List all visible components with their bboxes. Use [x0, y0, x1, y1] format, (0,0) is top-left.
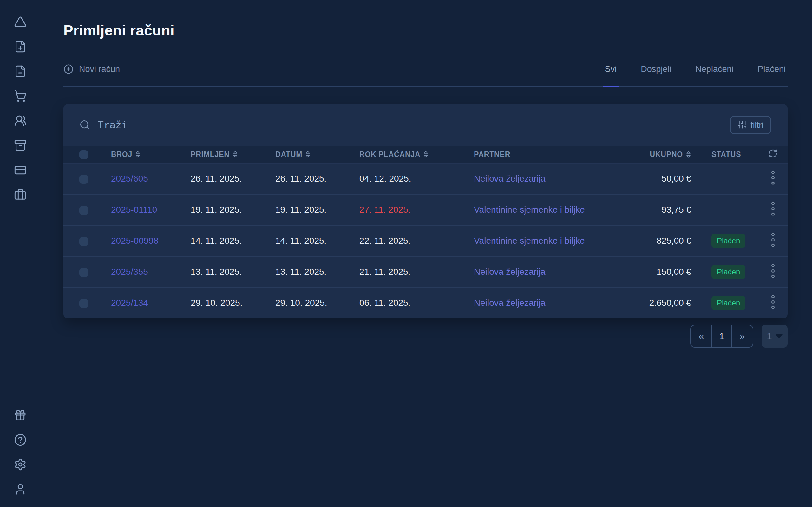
- due-date: 21. 11. 2025.: [359, 257, 474, 287]
- invoice-date: 26. 11. 2025.: [275, 163, 359, 194]
- pagination: « 1 » 1: [63, 325, 788, 348]
- new-invoice-label: Novi račun: [79, 64, 120, 74]
- invoice-number-link[interactable]: 2025-00998: [111, 236, 158, 245]
- partner-link[interactable]: Neilova željezarija: [474, 267, 546, 277]
- sort-icon: [423, 151, 428, 158]
- received-date: 19. 11. 2025.: [191, 194, 275, 225]
- help-icon[interactable]: [14, 434, 27, 446]
- sort-icon: [135, 151, 141, 158]
- search-row: filtri: [63, 104, 788, 146]
- filters-button[interactable]: filtri: [730, 116, 771, 134]
- credit-card-icon[interactable]: [14, 164, 27, 176]
- invoice-date: 19. 11. 2025.: [275, 194, 359, 225]
- tab-svi[interactable]: Svi: [603, 64, 619, 87]
- partner-link[interactable]: Valentinine sjemenke i biljke: [474, 205, 585, 215]
- row-menu-button[interactable]: [770, 233, 775, 247]
- search-input[interactable]: [98, 119, 730, 130]
- row-checkbox[interactable]: [79, 299, 88, 308]
- partner-link[interactable]: Valentinine sjemenke i biljke: [474, 236, 585, 245]
- invoice-number-link[interactable]: 2025/134: [111, 298, 148, 308]
- partner-link[interactable]: Neilova željezarija: [474, 298, 546, 308]
- table-row: 2025-00998 14. 11. 2025. 14. 11. 2025. 2…: [63, 225, 788, 257]
- due-date-overdue: 27. 11. 2025.: [359, 194, 474, 225]
- due-date: 06. 11. 2025.: [359, 287, 474, 319]
- due-date: 04. 12. 2025.: [359, 163, 474, 194]
- invoice-number-link[interactable]: 2025/605: [111, 174, 148, 183]
- received-date: 14. 11. 2025.: [191, 225, 275, 257]
- sidebar: [0, 0, 40, 507]
- invoice-date: 14. 11. 2025.: [275, 225, 359, 257]
- table-header-row: BROJ PRIMLJEN DATUM ROK PLAĆANJA PARTNER…: [63, 146, 788, 163]
- page-size-dropdown[interactable]: 1: [762, 325, 788, 348]
- column-header-primljen[interactable]: PRIMLJEN: [191, 146, 275, 163]
- column-header-partner: PARTNER: [474, 146, 603, 163]
- row-checkbox[interactable]: [79, 237, 88, 246]
- received-date: 26. 11. 2025.: [191, 163, 275, 194]
- tab-dospjeli[interactable]: Dospjeli: [639, 64, 673, 86]
- row-checkbox[interactable]: [79, 206, 88, 215]
- next-page-button[interactable]: »: [732, 326, 753, 347]
- sliders-icon: [738, 120, 747, 129]
- shopping-cart-icon[interactable]: [14, 90, 27, 102]
- total-amount: 150,00 €: [603, 257, 703, 287]
- table-row: 2025/134 29. 10. 2025. 29. 10. 2025. 06.…: [63, 287, 788, 319]
- current-page-indicator: 1: [711, 326, 732, 347]
- file-plus-icon[interactable]: [14, 40, 27, 53]
- due-date: 22. 11. 2025.: [359, 225, 474, 257]
- row-menu-button[interactable]: [770, 264, 775, 278]
- column-header-datum[interactable]: DATUM: [275, 146, 359, 163]
- sort-icon: [686, 151, 691, 158]
- tabs: Svi Dospjeli Neplaćeni Plaćeni: [603, 64, 788, 86]
- filters-label: filtri: [751, 120, 763, 130]
- main-content: Primljeni računi Novi račun Svi Dospjeli…: [40, 0, 812, 348]
- archive-icon[interactable]: [14, 139, 27, 152]
- plus-circle-icon: [63, 64, 73, 74]
- invoice-date: 29. 10. 2025.: [275, 287, 359, 319]
- select-all-checkbox[interactable]: [79, 150, 88, 159]
- page-title: Primljeni računi: [63, 21, 788, 39]
- page-size-value: 1: [767, 331, 772, 342]
- search-icon: [79, 119, 90, 130]
- received-date: 29. 10. 2025.: [191, 287, 275, 319]
- invoice-date: 13. 11. 2025.: [275, 257, 359, 287]
- status-badge: Plaćen: [711, 296, 745, 310]
- tab-placeni[interactable]: Plaćeni: [756, 64, 788, 86]
- invoice-number-link[interactable]: 2025/355: [111, 267, 148, 277]
- table-row: 2025-01110 19. 11. 2025. 19. 11. 2025. 2…: [63, 194, 788, 225]
- pager-group: « 1 »: [690, 325, 753, 348]
- column-header-rok-placanja[interactable]: ROK PLAĆANJA: [359, 146, 474, 163]
- sort-icon: [233, 151, 238, 158]
- row-menu-button[interactable]: [770, 295, 775, 309]
- total-amount: 93,75 €: [603, 194, 703, 225]
- refresh-icon[interactable]: [768, 149, 778, 158]
- total-amount: 2.650,00 €: [603, 287, 703, 319]
- row-checkbox[interactable]: [79, 268, 88, 277]
- tab-neplaceni[interactable]: Neplaćeni: [693, 64, 735, 86]
- toolbar: Novi račun Svi Dospjeli Neplaćeni Plaćen…: [63, 64, 788, 87]
- caret-down-icon: [775, 334, 782, 338]
- invoices-card: filtri BROJ PRIMLJEN DATUM ROK PLAĆANJA …: [63, 104, 788, 319]
- partner-link[interactable]: Neilova željezarija: [474, 174, 546, 183]
- column-header-broj[interactable]: BROJ: [111, 146, 191, 163]
- total-amount: 825,00 €: [603, 225, 703, 257]
- users-icon[interactable]: [14, 114, 27, 127]
- received-date: 13. 11. 2025.: [191, 257, 275, 287]
- invoices-table: BROJ PRIMLJEN DATUM ROK PLAĆANJA PARTNER…: [63, 146, 788, 319]
- prev-page-button[interactable]: «: [691, 326, 711, 347]
- new-invoice-button[interactable]: Novi račun: [63, 64, 120, 86]
- briefcase-icon[interactable]: [14, 188, 27, 201]
- gift-icon[interactable]: [14, 409, 27, 421]
- row-checkbox[interactable]: [79, 175, 88, 184]
- invoice-number-link[interactable]: 2025-01110: [111, 205, 157, 215]
- user-icon[interactable]: [14, 483, 27, 496]
- row-menu-button[interactable]: [770, 170, 775, 185]
- file-minus-icon[interactable]: [14, 65, 27, 78]
- triangle-logo-icon[interactable]: [14, 15, 27, 28]
- status-badge: Plaćen: [711, 265, 745, 279]
- column-header-status: STATUS: [703, 146, 757, 163]
- row-menu-button[interactable]: [770, 202, 775, 216]
- column-header-ukupno[interactable]: UKUPNO: [603, 146, 703, 163]
- status-badge: Plaćen: [711, 233, 745, 248]
- table-row: 2025/355 13. 11. 2025. 13. 11. 2025. 21.…: [63, 257, 788, 287]
- settings-gear-icon[interactable]: [14, 458, 27, 471]
